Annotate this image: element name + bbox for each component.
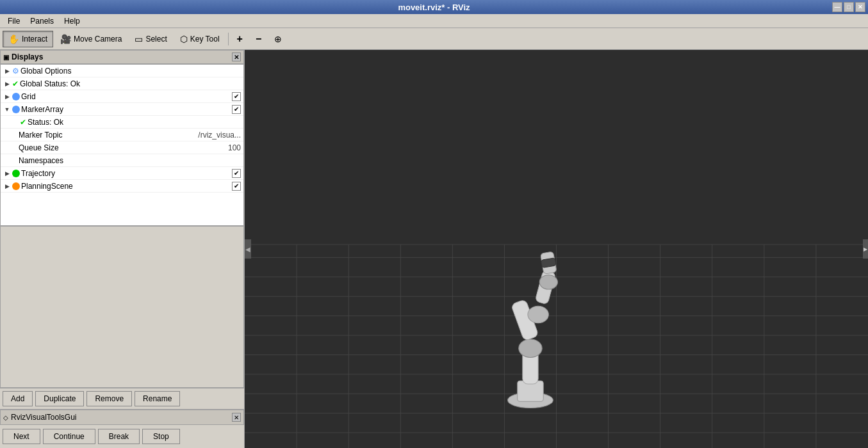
select-tool-button[interactable]: ▭ Select (129, 31, 172, 47)
grid-label: Grid (21, 92, 232, 101)
tree-item-global-options[interactable]: ▶ ⚙ Global Options (1, 65, 243, 77)
interact-tool-button[interactable]: ✋ Interact (3, 31, 53, 47)
toolbar-separator-1 (228, 33, 229, 45)
break-button[interactable]: Break (98, 429, 140, 444)
stop-button[interactable]: Stop (142, 429, 180, 444)
duplicate-button[interactable]: Duplicate (35, 391, 84, 406)
global-options-icon: ⚙ (12, 67, 19, 76)
middle-panel-area (0, 226, 244, 388)
displays-panel-header: ▣ Displays ✕ (0, 50, 244, 64)
grid-arrow: ▶ (3, 93, 11, 100)
3d-viewport[interactable]: ◀ ▶ (245, 50, 868, 448)
tree-item-queue-size[interactable]: Queue Size 100 (1, 141, 243, 154)
rename-button[interactable]: Rename (135, 391, 180, 406)
next-button[interactable]: Next (3, 429, 40, 444)
menu-help[interactable]: Help (59, 15, 85, 27)
status-ok-label: Status: Ok (28, 118, 243, 127)
global-status-icon: ✔ (12, 79, 19, 88)
continue-button[interactable]: Continue (43, 429, 95, 444)
maximize-button[interactable]: □ (844, 2, 854, 12)
grid-icon (12, 93, 20, 100)
zoom-in-button[interactable]: + (231, 31, 249, 47)
displays-tree: ▶ ⚙ Global Options ▶ ✔ Global Status: Ok… (0, 64, 244, 226)
window-controls: — □ ✕ (832, 2, 865, 12)
close-button[interactable]: ✕ (855, 2, 865, 12)
viewport-collapse-handle[interactable]: ◀ (245, 239, 251, 259)
rviz-tools-title: RvizVisualToolsGui (11, 413, 77, 422)
displays-panel-title: Displays (12, 52, 43, 61)
select-label: Select (145, 35, 167, 44)
global-status-arrow: ▶ (3, 80, 11, 88)
tree-item-marker-topic[interactable]: Marker Topic /rviz_visua... (1, 129, 243, 141)
svg-point-28 (528, 306, 548, 323)
toolbar: ✋ Interact 🎥 Move Camera ▭ Select ⬡ Key … (0, 28, 868, 50)
displays-panel-icon: ▣ (3, 54, 9, 61)
planning-scene-arrow: ▶ (3, 182, 11, 190)
svg-point-26 (519, 339, 542, 357)
key-tool-icon: ⬡ (180, 34, 188, 44)
planning-scene-label: PlanningScene (21, 182, 232, 191)
title-bar: moveit.rviz* - RViz — □ ✕ (0, 0, 868, 14)
tree-item-namespaces[interactable]: Namespaces (1, 154, 243, 167)
global-status-label: Global Status: Ok (20, 79, 243, 88)
trajectory-checkbox[interactable]: ✔ (232, 169, 241, 178)
global-options-arrow: ▶ (3, 67, 11, 75)
rviz-tools-header: ◇ RvizVisualToolsGui ✕ (0, 410, 244, 425)
tree-item-planning-scene[interactable]: ▶ PlanningScene ✔ (1, 180, 243, 193)
left-panel: ▣ Displays ✕ ▶ ⚙ Global Options ▶ ✔ Glob… (0, 50, 245, 448)
minimize-button[interactable]: — (832, 2, 842, 12)
marker-topic-value: /rviz_visua... (198, 131, 243, 140)
menu-bar: File Panels Help (0, 14, 868, 28)
status-ok-arrow (13, 118, 19, 126)
grid-checkbox[interactable]: ✔ (232, 92, 241, 101)
markerarray-icon (12, 106, 20, 113)
select-icon: ▭ (135, 34, 143, 44)
add-button[interactable]: Add (3, 391, 33, 406)
rviz-tools-panel: ◇ RvizVisualToolsGui ✕ Next Continue Bre… (0, 409, 244, 448)
window-title: moveit.rviz* - RViz (398, 3, 470, 12)
rviz-tools-panel-icon: ◇ (3, 414, 8, 421)
tree-item-status-ok[interactable]: ✔ Status: Ok (1, 116, 243, 129)
rviz-tools-close-button[interactable]: ✕ (232, 413, 241, 422)
menu-file[interactable]: File (3, 15, 25, 27)
key-tool-button[interactable]: ⬡ Key Tool (174, 31, 225, 47)
zoom-fit-button[interactable]: ⊕ (268, 31, 288, 47)
tree-item-grid[interactable]: ▶ Grid ✔ (1, 90, 243, 103)
namespaces-label: Namespaces (19, 156, 243, 165)
queue-size-label: Queue Size (19, 143, 228, 152)
markerarray-label: MarkerArray (21, 105, 232, 114)
queue-size-value: 100 (228, 143, 243, 152)
trajectory-icon (12, 170, 20, 177)
key-tool-label: Key Tool (190, 35, 220, 44)
marker-topic-label: Marker Topic (19, 131, 198, 140)
markerarray-checkbox[interactable]: ✔ (232, 105, 241, 114)
interact-icon: ✋ (8, 34, 19, 44)
viewport-expand-handle[interactable]: ▶ (863, 239, 868, 259)
rviz-tools-buttons: Next Continue Break Stop (0, 425, 244, 448)
move-camera-icon: 🎥 (60, 34, 71, 44)
main-layout: ▣ Displays ✕ ▶ ⚙ Global Options ▶ ✔ Glob… (0, 50, 868, 448)
trajectory-arrow: ▶ (3, 170, 11, 177)
menu-panels[interactable]: Panels (25, 15, 59, 27)
move-camera-label: Move Camera (74, 35, 122, 44)
tree-item-markerarray[interactable]: ▼ MarkerArray ✔ (1, 103, 243, 116)
zoom-out-button[interactable]: − (250, 31, 267, 47)
global-options-label: Global Options (20, 67, 243, 76)
tree-item-global-status[interactable]: ▶ ✔ Global Status: Ok (1, 77, 243, 90)
trajectory-label: Trajectory (21, 169, 232, 178)
interact-label: Interact (22, 35, 47, 44)
panel-buttons: Add Duplicate Remove Rename (0, 388, 244, 409)
status-ok-icon: ✔ (20, 118, 26, 127)
markerarray-arrow: ▼ (3, 106, 11, 113)
tree-item-trajectory[interactable]: ▶ Trajectory ✔ (1, 167, 243, 180)
planning-scene-icon (12, 182, 20, 190)
remove-button[interactable]: Remove (86, 391, 132, 406)
displays-panel-close-button[interactable]: ✕ (232, 52, 241, 61)
svg-point-30 (539, 275, 557, 289)
planning-scene-checkbox[interactable]: ✔ (232, 182, 241, 191)
grid-overlay (245, 50, 868, 448)
move-camera-tool-button[interactable]: 🎥 Move Camera (54, 31, 127, 47)
